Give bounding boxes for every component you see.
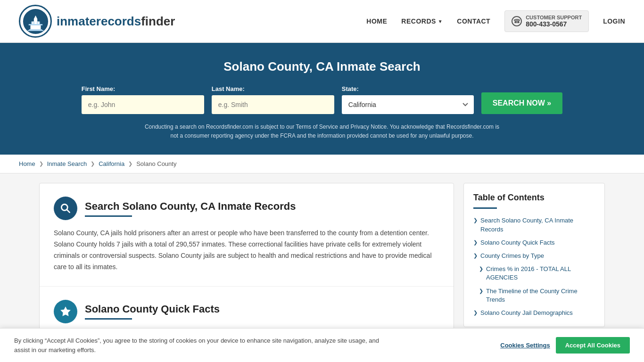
toc-item-6: ❯ Solano County Jail Demographics [473, 309, 595, 317]
quick-facts-icon [54, 300, 77, 323]
accept-cookies-button[interactable]: Accept All Cookies [556, 337, 630, 354]
last-name-group: Last Name: [212, 85, 334, 114]
logo-icon [19, 5, 52, 38]
search-section-icon [54, 197, 77, 220]
section-body-1: Solano County, CA jails hold prisoners a… [54, 228, 439, 272]
login-button[interactable]: LOGIN [603, 17, 625, 25]
cookie-buttons: Cookies Settings Accept All Cookies [500, 337, 630, 354]
section-title-area-2: Solano County Quick Facts [85, 303, 220, 320]
toc-item-2: ❯ Solano County Quick Facts [473, 239, 595, 247]
section-title-1: Search Solano County, CA Inmate Records [85, 200, 296, 213]
svg-rect-10 [29, 29, 42, 30]
cookie-text: By clicking “Accept All Cookies”, you ag… [14, 336, 391, 354]
svg-line-13 [67, 210, 70, 213]
toc-divider [473, 207, 497, 209]
svg-rect-9 [39, 21, 40, 25]
toc-link-4[interactable]: Crimes % in 2016 - TOTAL ALL AGENCIES [486, 265, 595, 282]
toc-link-2[interactable]: Solano County Quick Facts [480, 239, 555, 247]
main-nav: HOME RECORDS ▼ CONTACT ☎ CUSTOMER SUPPOR… [366, 10, 625, 32]
first-name-label: First Name: [82, 85, 116, 92]
first-name-group: First Name: [82, 85, 204, 114]
chevron-right-icon: ❯ [473, 239, 478, 246]
section-title-area-1: Search Solano County, CA Inmate Records [85, 200, 296, 217]
toc-list: ❯ Search Solano County, CA Inmate Record… [473, 216, 595, 317]
search-form: First Name: Last Name: State: AlabamaAla… [19, 85, 625, 114]
toc-item-1: ❯ Search Solano County, CA Inmate Record… [473, 216, 595, 233]
last-name-input[interactable] [212, 95, 334, 114]
breadcrumb-inmate-search[interactable]: Inmate Search [47, 160, 87, 167]
breadcrumb-sep-2: ❯ [91, 161, 95, 167]
state-label: State: [342, 85, 359, 92]
chevron-right-icon: ❯ [473, 217, 478, 223]
breadcrumb-sep-3: ❯ [128, 161, 132, 167]
svg-rect-5 [28, 24, 42, 25]
section-title-2: Solano County Quick Facts [85, 303, 220, 315]
breadcrumb-california[interactable]: California [99, 160, 124, 167]
chevron-right-icon: ❯ [479, 288, 483, 294]
section-header-1: Search Solano County, CA Inmate Records [54, 197, 439, 220]
first-name-input[interactable] [82, 95, 204, 114]
toc-item-3: ❯ County Crimes by Type [473, 252, 595, 260]
main-container: Search Solano County, CA Inmate Records … [20, 183, 624, 344]
phone-icon: ☎ [512, 16, 522, 26]
svg-rect-6 [31, 21, 32, 25]
cookie-settings-button[interactable]: Cookies Settings [500, 337, 550, 354]
breadcrumb-current: Solano County [136, 160, 176, 167]
toc-item-5: ❯ The Timeline of the County Crime Trend… [473, 287, 595, 304]
nav-home[interactable]: HOME [366, 17, 387, 25]
state-select[interactable]: AlabamaAlaskaArizonaArkansas CaliforniaC… [342, 95, 474, 114]
breadcrumb: Home ❯ Inmate Search ❯ California ❯ Sola… [0, 155, 644, 173]
svg-rect-8 [37, 21, 38, 25]
svg-rect-3 [33, 19, 37, 22]
toc-item-4: ❯ Crimes % in 2016 - TOTAL ALL AGENCIES [473, 265, 595, 282]
breadcrumb-sep-1: ❯ [39, 161, 43, 167]
nav-contact[interactable]: CONTACT [457, 17, 490, 25]
chevron-right-icon: ❯ [479, 266, 483, 272]
title-underline-1 [85, 215, 132, 217]
toc-link-1[interactable]: Search Solano County, CA Inmate Records [480, 216, 595, 233]
last-name-label: Last Name: [212, 85, 245, 92]
search-button[interactable]: SEARCH NOW » [481, 92, 562, 114]
page-title: Solano County, CA Inmate Search [19, 59, 625, 74]
svg-rect-7 [33, 21, 34, 25]
hero-disclaimer: Conducting a search on Recordsfinder.com… [143, 123, 501, 140]
content-area: Search Solano County, CA Inmate Records … [39, 183, 454, 344]
nav-records[interactable]: RECORDS ▼ [401, 17, 443, 25]
support-info: CUSTOMER SUPPORT 800-433-0567 [526, 15, 582, 28]
state-group: State: AlabamaAlaskaArizonaArkansas Cali… [342, 85, 474, 114]
chevron-down-icon: ▼ [438, 19, 443, 24]
section-header-2: Solano County Quick Facts [54, 300, 439, 323]
cookie-banner: By clicking “Accept All Cookies”, you ag… [0, 328, 644, 354]
toc-link-6[interactable]: Solano County Jail Demographics [480, 309, 573, 317]
customer-support-box: ☎ CUSTOMER SUPPORT 800-433-0567 [504, 10, 589, 32]
site-header: inmaterecordsfinder HOME RECORDS ▼ CONTA… [0, 0, 644, 43]
logo-text: inmaterecordsfinder [57, 14, 175, 29]
toc-link-5[interactable]: The Timeline of the County Crime Trends [486, 287, 595, 304]
breadcrumb-home[interactable]: Home [19, 160, 35, 167]
chevron-right-icon: ❯ [473, 310, 478, 316]
title-underline-2 [85, 318, 132, 320]
inmate-records-section: Search Solano County, CA Inmate Records … [40, 183, 454, 286]
sidebar-toc: Table of Contents ❯ Search Solano County… [463, 183, 605, 327]
toc-title: Table of Contents [473, 193, 595, 203]
logo-area: inmaterecordsfinder [19, 5, 175, 38]
chevron-right-icon: ❯ [473, 253, 478, 259]
toc-link-3[interactable]: County Crimes by Type [480, 252, 544, 260]
hero-section: Solano County, CA Inmate Search First Na… [0, 43, 644, 155]
svg-rect-11 [28, 30, 43, 31]
